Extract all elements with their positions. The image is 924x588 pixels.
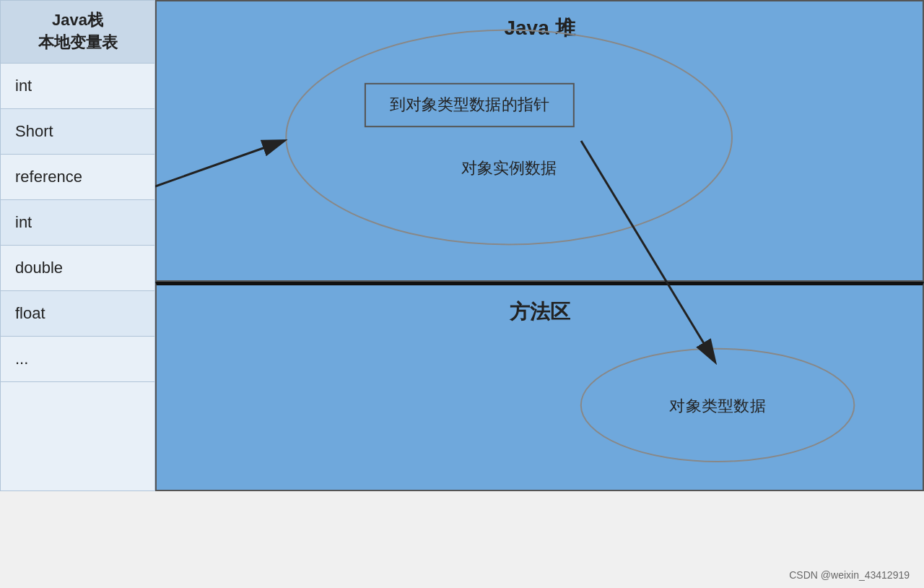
heap-diagram: 到对象类型数据的指针 对象实例数据 bbox=[157, 1, 923, 280]
heap-section: Java 堆 到对象类型数据的指针 对象实例数据 bbox=[155, 0, 924, 282]
var-row-ellipsis: ... bbox=[1, 337, 154, 382]
svg-text:对象类型数据: 对象类型数据 bbox=[669, 397, 765, 415]
method-section: 方法区 对象类型数据 bbox=[155, 282, 924, 491]
method-title: 方法区 bbox=[157, 285, 923, 326]
var-row-int1: int bbox=[1, 64, 154, 109]
var-row-reference: reference bbox=[1, 155, 154, 200]
svg-point-0 bbox=[286, 30, 732, 245]
main-container: Java栈本地变量表 int Short reference int doubl… bbox=[0, 0, 924, 491]
var-row-int2: int bbox=[1, 200, 154, 246]
heap-title: Java 堆 bbox=[157, 1, 923, 42]
var-row-short: Short bbox=[1, 109, 154, 155]
left-panel-header: Java栈本地变量表 bbox=[1, 1, 154, 64]
var-row-double: double bbox=[1, 246, 154, 291]
footer-text: CSDN @weixin_43412919 bbox=[789, 569, 910, 581]
svg-rect-1 bbox=[365, 84, 574, 126]
svg-text:对象实例数据: 对象实例数据 bbox=[461, 159, 557, 177]
svg-point-4 bbox=[581, 349, 855, 462]
right-panel: Java 堆 到对象类型数据的指针 对象实例数据 方法区 对象类型数据 bbox=[155, 0, 924, 491]
svg-text:到对象类型数据的指针: 到对象类型数据的指针 bbox=[390, 96, 549, 114]
left-panel: Java栈本地变量表 int Short reference int doubl… bbox=[0, 0, 155, 491]
var-row-float: float bbox=[1, 291, 154, 337]
